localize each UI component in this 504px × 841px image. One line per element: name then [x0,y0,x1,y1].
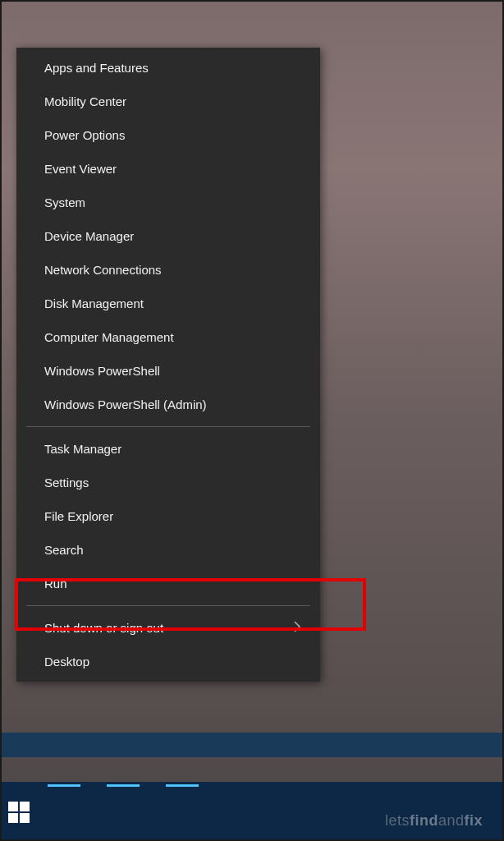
menu-file-explorer[interactable]: File Explorer [16,499,320,533]
menu-label: Apps and Features [44,61,149,75]
menu-computer-management[interactable]: Computer Management [16,320,320,354]
menu-search[interactable]: Search [16,533,320,567]
menu-label: Power Options [44,128,125,142]
watermark: letsfindandfix [385,812,483,830]
start-button[interactable] [8,802,30,823]
menu-label: System [44,195,85,209]
menu-task-manager[interactable]: Task Manager [16,432,320,466]
windows-icon-tile [8,813,18,823]
menu-label: Run [44,577,67,591]
menu-label: Settings [44,476,89,489]
task-indicator [166,784,199,787]
chevron-right-icon [294,621,300,635]
menu-label: Disk Management [44,296,144,310]
menu-divider [26,605,310,606]
windows-icon-tile [20,802,30,811]
taskbar-bg-stripe [2,733,502,757]
watermark-text: fix [464,812,483,829]
menu-event-viewer[interactable]: Event Viewer [16,152,320,186]
menu-shutdown[interactable]: Shut down or sign out [16,611,320,645]
menu-power-options[interactable]: Power Options [16,118,320,152]
menu-device-manager[interactable]: Device Manager [16,219,320,253]
watermark-text: and [438,812,465,829]
menu-label: Task Manager [44,442,121,456]
task-indicator [48,784,80,787]
menu-divider [26,426,310,427]
windows-icon-tile [8,802,18,811]
windows-icon-tile [20,813,30,823]
menu-label: Network Connections [44,263,162,277]
menu-label: Search [44,543,84,557]
watermark-text: find [410,812,438,829]
menu-label: File Explorer [44,509,113,523]
menu-label: Desktop [44,655,89,669]
menu-label: Event Viewer [44,162,117,176]
menu-powershell[interactable]: Windows PowerShell [16,354,320,388]
menu-desktop[interactable]: Desktop [16,645,320,678]
menu-label: Device Manager [44,229,134,243]
task-indicator [107,784,140,787]
task-indicators [48,784,199,787]
menu-settings[interactable]: Settings [16,466,320,499]
menu-label: Shut down or sign out [44,621,163,635]
taskbar[interactable]: letsfindandfix [2,782,502,839]
menu-disk-management[interactable]: Disk Management [16,287,320,320]
menu-powershell-admin[interactable]: Windows PowerShell (Admin) [16,388,320,421]
winx-context-menu: Apps and Features Mobility Center Power … [16,48,320,682]
menu-label: Windows PowerShell (Admin) [44,398,207,411]
menu-label: Windows PowerShell [44,364,160,378]
menu-run[interactable]: Run [16,567,320,600]
menu-network-connections[interactable]: Network Connections [16,253,320,287]
menu-label: Computer Management [44,330,174,344]
watermark-text: lets [385,812,410,829]
menu-system[interactable]: System [16,186,320,219]
menu-apps-features[interactable]: Apps and Features [16,51,320,85]
menu-mobility-center[interactable]: Mobility Center [16,85,320,118]
menu-label: Mobility Center [44,94,126,108]
